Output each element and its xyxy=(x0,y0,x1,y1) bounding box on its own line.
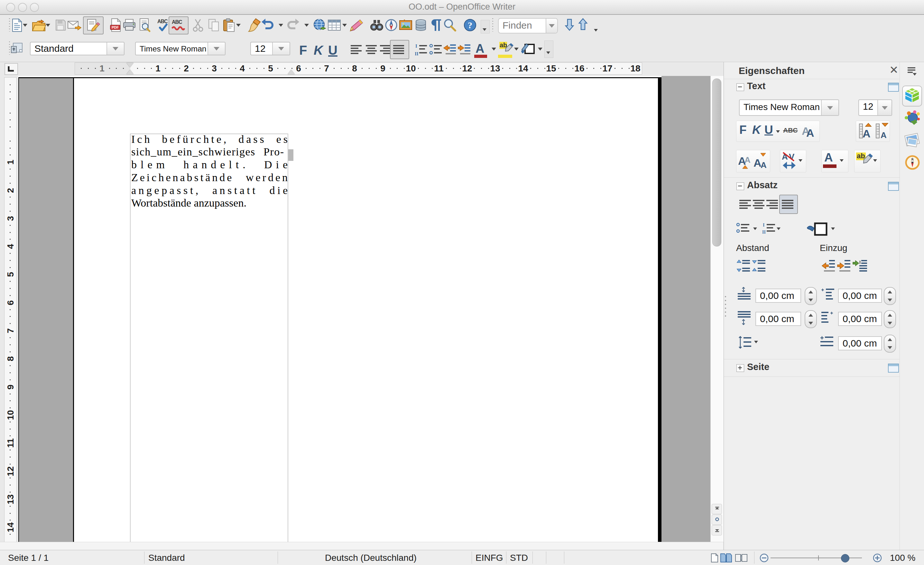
svg-text:A: A xyxy=(862,127,871,139)
svg-text:ab: ab xyxy=(857,152,865,160)
svg-text:?: ? xyxy=(468,20,472,30)
svg-text:A: A xyxy=(753,157,762,169)
svg-text:ab: ab xyxy=(500,42,507,49)
svg-text:II: II xyxy=(415,51,418,56)
svg-text:A: A xyxy=(744,155,751,165)
svg-text:I: I xyxy=(763,223,764,228)
svg-text:PDF: PDF xyxy=(112,25,119,29)
svg-text:A: A xyxy=(806,127,814,139)
svg-text:N: N xyxy=(912,158,914,161)
svg-text:II: II xyxy=(762,230,766,235)
svg-text:A: A xyxy=(880,130,886,140)
svg-text:ABC: ABC xyxy=(158,19,168,24)
svg-text:I: I xyxy=(416,43,417,49)
svg-text:A: A xyxy=(760,160,766,170)
svg-text:ABC: ABC xyxy=(172,19,182,25)
